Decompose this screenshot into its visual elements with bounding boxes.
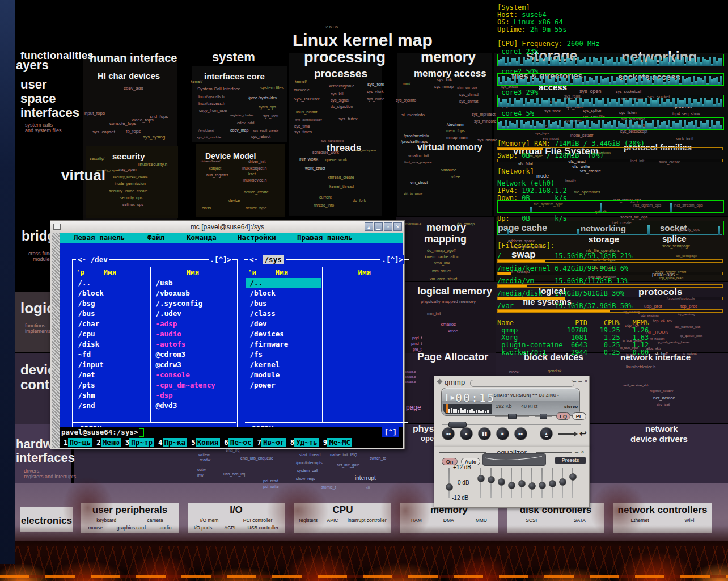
file-item[interactable]: /net xyxy=(74,370,150,380)
eq-band-2-knob[interactable] xyxy=(488,476,495,483)
file-item[interactable]: -adsp xyxy=(151,319,236,329)
fkey-4[interactable]: 4Пр~ка xyxy=(158,438,187,447)
file-item[interactable]: /bus xyxy=(246,298,321,309)
fkey-9[interactable]: 9Ме~МС xyxy=(323,438,352,447)
menu-item-4[interactable]: Настройки xyxy=(238,233,276,242)
file-item[interactable]: -autofs xyxy=(151,339,236,350)
mc-corner-badge[interactable]: [^] xyxy=(382,427,399,437)
file-item[interactable]: /usb xyxy=(151,278,236,288)
close-button[interactable]: × xyxy=(584,378,587,384)
eq-band-1-knob[interactable] xyxy=(477,475,485,482)
panel-sort-marker[interactable]: 'и xyxy=(248,268,256,276)
mc-command-line[interactable]: pavel@suse64:/sys> [^] xyxy=(60,427,403,437)
minimize-button[interactable]: – xyxy=(573,378,576,384)
file-item[interactable]: /.sysconfig xyxy=(151,298,236,309)
file-item[interactable]: /dev xyxy=(246,319,321,329)
file-item[interactable]: -cpu_dm~atency xyxy=(151,380,236,390)
file-item[interactable]: /cpu xyxy=(74,329,150,339)
file-item[interactable]: @cdrw3 xyxy=(151,360,236,370)
eq-close-button[interactable]: × xyxy=(581,448,584,455)
file-item[interactable]: /shm xyxy=(74,390,150,401)
file-item[interactable]: /firmware xyxy=(246,339,321,350)
file-item[interactable]: /block xyxy=(246,288,321,298)
panel-corner-controls[interactable]: .[^]> xyxy=(380,255,404,264)
panel-path[interactable]: <- /sys xyxy=(248,255,286,264)
stop-button[interactable]: ■ xyxy=(496,427,509,440)
file-item[interactable]: /class xyxy=(246,309,321,319)
file-item[interactable]: /input xyxy=(74,360,150,370)
file-item[interactable]: /.udev xyxy=(151,309,236,319)
panel-col1-header[interactable]: Имя xyxy=(104,268,117,276)
file-item[interactable]: -audio xyxy=(151,329,236,339)
menu-item-3[interactable]: Команда xyxy=(187,233,217,242)
file-item[interactable]: /bus xyxy=(74,309,150,319)
fkey-1[interactable]: 1По~щь xyxy=(64,438,92,447)
terminal-scrollbar[interactable] xyxy=(52,233,60,448)
maximize-button[interactable]: ▫ xyxy=(384,222,392,231)
next-button[interactable]: ▸▸ xyxy=(514,427,527,440)
preamp-slider-track[interactable] xyxy=(448,468,450,498)
eq-minimize-button[interactable]: – xyxy=(575,448,578,455)
pause-button[interactable]: ▮▮ xyxy=(478,427,491,440)
eq-band-6-knob[interactable] xyxy=(528,482,536,490)
menu-item-5[interactable]: Правая панель xyxy=(297,233,353,242)
eq-band-7-knob[interactable] xyxy=(539,482,546,489)
fkey-7[interactable]: 7Нв~ог xyxy=(257,438,286,447)
file-item[interactable]: /power xyxy=(246,380,321,390)
file-item[interactable]: /snd xyxy=(74,401,150,411)
file-item[interactable]: -console xyxy=(151,370,236,380)
fkey-3[interactable]: 3Пр~тр xyxy=(125,438,154,447)
file-item[interactable]: /kernel xyxy=(246,360,321,370)
panel-col1-header[interactable]: Имя xyxy=(276,268,289,276)
shade-button[interactable]: – xyxy=(578,378,582,384)
panel-corner-controls[interactable]: .[^]> xyxy=(209,255,232,264)
fkey-5[interactable]: 5Копия xyxy=(191,438,220,447)
mc-titlebar[interactable]: mc [pavel@suse64]:/sys ▴▁▫✕ xyxy=(50,221,404,233)
eq-band-10-knob[interactable] xyxy=(569,473,577,481)
panel-sort-marker[interactable]: 'p xyxy=(76,268,84,276)
file-item[interactable]: /.. xyxy=(246,278,321,288)
menu-item-1[interactable]: Левая панель xyxy=(74,233,125,242)
play-button[interactable]: ▸ xyxy=(460,427,473,440)
file-item[interactable]: -dsp xyxy=(151,390,236,401)
panel-col2-header[interactable]: Имя xyxy=(358,268,371,276)
file-item[interactable]: /fs xyxy=(246,350,321,360)
file-item[interactable]: /vboxusb xyxy=(151,288,236,298)
eq-toggle-button[interactable]: EQ xyxy=(556,412,570,420)
preamp-slider-knob[interactable] xyxy=(446,483,453,491)
eq-presets-button[interactable]: Presets xyxy=(555,457,586,464)
eject-button[interactable]: ▴ xyxy=(540,427,553,440)
eq-band-4-knob[interactable] xyxy=(508,482,515,489)
seek-bar-handle[interactable] xyxy=(448,422,467,428)
file-item[interactable]: /bsg xyxy=(74,298,150,309)
repeat-icon[interactable]: ↩ xyxy=(579,428,587,439)
playlist-toggle-button[interactable]: PL xyxy=(572,412,586,420)
file-item[interactable]: /module xyxy=(246,370,321,380)
close-button[interactable]: ✕ xyxy=(393,222,402,231)
fkey-2[interactable]: 2Меню xyxy=(96,438,121,447)
file-item[interactable]: /pts xyxy=(74,380,150,390)
volume-slider-handle[interactable] xyxy=(508,414,517,419)
eq-band-8-knob[interactable] xyxy=(549,480,556,487)
shade-button[interactable]: ▴ xyxy=(365,222,373,231)
file-item[interactable]: /block xyxy=(74,288,150,298)
eq-band-10-track[interactable] xyxy=(572,468,573,498)
file-item[interactable]: /devices xyxy=(246,329,321,339)
minimize-button[interactable]: ▁ xyxy=(374,222,383,231)
menu-item-2[interactable]: Файл xyxy=(147,233,164,242)
file-item[interactable]: /.. xyxy=(74,278,150,288)
fkey-8[interactable]: 8Уд~ть xyxy=(290,438,319,447)
balance-slider-handle[interactable] xyxy=(540,414,547,419)
panel-col2-header[interactable]: Имя xyxy=(187,268,200,276)
file-item[interactable]: @dvd3 xyxy=(151,401,236,411)
fkey-6[interactable]: 6Пе~ос xyxy=(224,438,253,447)
eq-band-5-knob[interactable] xyxy=(518,480,526,487)
panel-path[interactable]: <- /dev xyxy=(76,255,109,264)
eq-band-9-knob[interactable] xyxy=(559,478,566,486)
file-item[interactable]: ~fd xyxy=(74,350,150,360)
file-item[interactable]: /char xyxy=(74,319,150,329)
prev-button[interactable]: ◂◂ xyxy=(442,427,455,440)
file-item[interactable]: @cdrom3 xyxy=(151,350,236,360)
eq-band-3-knob[interactable] xyxy=(498,478,505,486)
eq-band-1-track[interactable] xyxy=(480,468,481,498)
